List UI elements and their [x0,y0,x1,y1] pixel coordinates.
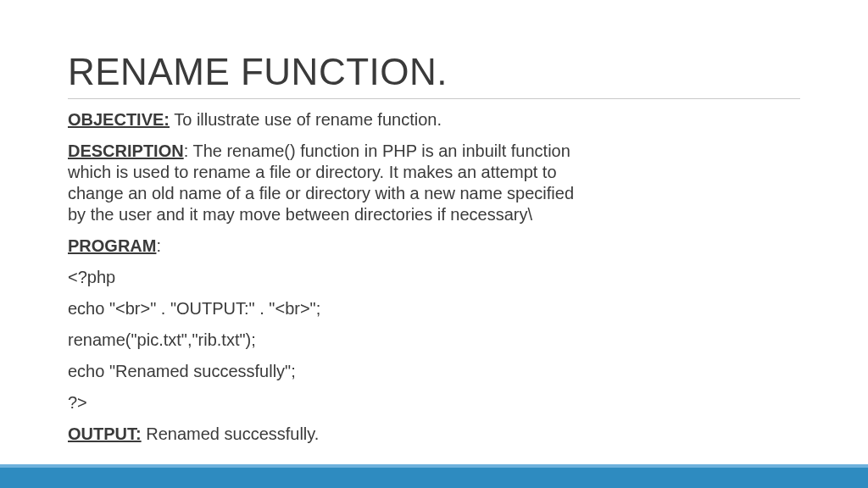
body-content: OBJECTIVE: To illustrate use of rename f… [68,109,576,445]
code-line-3: rename("pic.txt","rib.txt"); [68,330,576,351]
code-line-1: <?php [68,267,576,288]
description-label: DESCRIPTION [68,141,184,160]
page-title: RENAME FUNCTION. [68,51,800,93]
objective-text: To illustrate use of rename function. [170,110,442,129]
program-colon: : [156,236,161,255]
slide: RENAME FUNCTION. OBJECTIVE: To illustrat… [0,0,868,488]
code-line-2: echo "<br>" . "OUTPUT:" . "<br>"; [68,298,576,319]
objective-label: OBJECTIVE: [68,110,170,129]
program-label: PROGRAM [68,236,156,255]
output-line: OUTPUT: Renamed successfully. [68,424,576,445]
code-line-5: ?> [68,392,576,413]
output-label: OUTPUT: [68,424,142,443]
footer-main [0,468,868,488]
title-underline [68,98,800,99]
code-line-4: echo "Renamed successfully"; [68,361,576,382]
description-line: DESCRIPTION: The rename() function in PH… [68,141,576,225]
objective-line: OBJECTIVE: To illustrate use of rename f… [68,109,576,130]
program-label-line: PROGRAM: [68,236,576,257]
output-text: Renamed successfully. [142,424,320,443]
footer-bar [0,466,868,488]
